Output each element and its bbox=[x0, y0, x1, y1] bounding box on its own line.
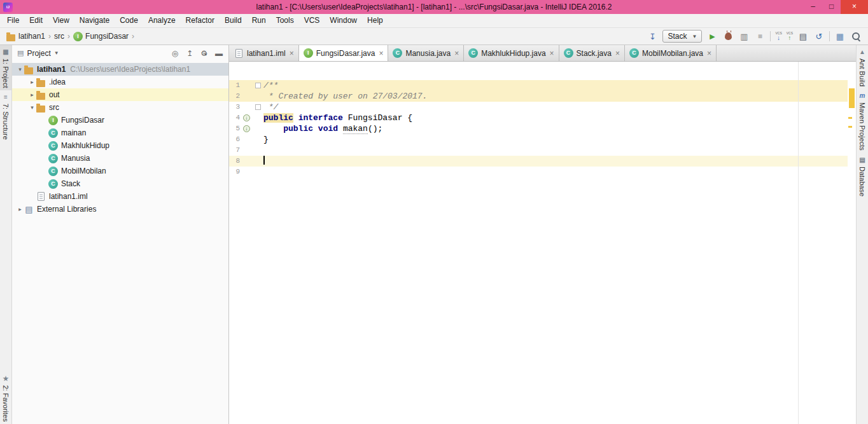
tab-mobilmobilan-java[interactable]: CMobilMobilan.java× bbox=[625, 45, 717, 61]
make-project-button[interactable]: ↧ bbox=[647, 30, 658, 43]
close-tab-icon[interactable]: × bbox=[707, 49, 711, 58]
title-bar[interactable]: IJ latihan1 - [C:\Users\user\IdeaProject… bbox=[0, 0, 868, 14]
implemented-marker-icon[interactable]: ↓ bbox=[243, 114, 250, 121]
chevron-expanded-icon[interactable]: ▾ bbox=[28, 104, 36, 111]
editor-line-9[interactable]: 9 bbox=[229, 167, 856, 177]
vcs-revert-button[interactable]: ↺ bbox=[813, 30, 825, 43]
project-structure-button[interactable]: ▦ bbox=[834, 30, 846, 43]
tool-button-database[interactable]: ▤Database bbox=[857, 153, 868, 199]
menu-code[interactable]: Code bbox=[115, 14, 143, 27]
menu-vcs[interactable]: VCS bbox=[299, 14, 325, 27]
menu-run[interactable]: Run bbox=[247, 14, 271, 27]
left-tool-stripe: ▦1: Project≡7: Structure ★2: Favorites bbox=[0, 45, 12, 424]
close-tab-icon[interactable]: × bbox=[615, 49, 620, 58]
tool-button-1-project[interactable]: ▦1: Project bbox=[0, 45, 11, 90]
editor-line-8[interactable]: 8 bbox=[229, 156, 856, 167]
close-tab-icon[interactable]: × bbox=[454, 49, 459, 58]
tab-manusia-java[interactable]: CManusia.java× bbox=[388, 45, 464, 61]
coverage-button[interactable]: ▥ bbox=[738, 30, 750, 43]
run-button[interactable]: ▶ bbox=[706, 30, 718, 43]
tab-latihan1-iml[interactable]: latihan1.iml× bbox=[230, 45, 299, 61]
code-line: * Created by user on 27/03/2017. bbox=[263, 91, 427, 102]
settings-button[interactable]: ⚙▼ bbox=[200, 49, 209, 58]
file-icon bbox=[38, 192, 45, 201]
stop-icon: ■ bbox=[758, 32, 762, 41]
close-tab-icon[interactable]: × bbox=[379, 49, 383, 58]
tree-item-stack[interactable]: CStack bbox=[12, 177, 228, 190]
chevron-down-icon[interactable]: ▼ bbox=[54, 50, 59, 56]
maximize-button[interactable]: □ bbox=[822, 0, 841, 14]
chevron-collapsed-icon[interactable]: ▸ bbox=[28, 92, 36, 98]
editor-line-3[interactable]: 3 */ bbox=[229, 102, 856, 113]
line-number: 9 bbox=[229, 167, 240, 177]
close-button[interactable]: × bbox=[841, 0, 868, 14]
menu-analyze[interactable]: Analyze bbox=[143, 14, 181, 27]
tree-item-external-libraries[interactable]: ▸▤External Libraries bbox=[12, 203, 228, 215]
menu-refactor[interactable]: Refactor bbox=[181, 14, 220, 27]
breadcrumb-item-fungsidasar[interactable]: IFungsiDasar bbox=[73, 32, 129, 41]
tool-button-7-structure[interactable]: ≡7: Structure bbox=[0, 90, 11, 142]
vcs-update-button[interactable]: VCS ↓ bbox=[775, 30, 781, 43]
close-tab-icon[interactable]: × bbox=[290, 49, 294, 58]
tree-item-out[interactable]: ▸out bbox=[12, 88, 228, 101]
tab-stack-java[interactable]: CStack.java× bbox=[559, 45, 625, 61]
chevron-collapsed-icon[interactable]: ▸ bbox=[28, 79, 36, 85]
editor-line-7[interactable]: 7 bbox=[229, 145, 856, 156]
menu-build[interactable]: Build bbox=[220, 14, 247, 27]
warning-stripe-mark[interactable] bbox=[848, 117, 852, 119]
chevron-expanded-icon[interactable]: ▾ bbox=[16, 66, 24, 72]
run-icon: ▶ bbox=[710, 32, 715, 41]
tool-button-2-favorites[interactable]: ★2: Favorites bbox=[0, 372, 11, 424]
menu-edit[interactable]: Edit bbox=[24, 14, 48, 27]
scrollbar-error-stripe[interactable] bbox=[848, 62, 856, 424]
menu-tools[interactable]: Tools bbox=[271, 14, 299, 27]
tree-item-latihan1[interactable]: ▾latihan1C:\Users\user\IdeaProjects\lati… bbox=[12, 63, 228, 76]
minimize-button[interactable]: – bbox=[804, 0, 822, 14]
menu-view[interactable]: View bbox=[48, 14, 74, 27]
close-tab-icon[interactable]: × bbox=[550, 49, 554, 58]
editor-line-1[interactable]: 1/** bbox=[229, 80, 856, 91]
tree-item-latihan1-iml[interactable]: latihan1.iml bbox=[12, 190, 228, 203]
run-config-label: Stack bbox=[668, 32, 687, 41]
tree-item-fungsidasar[interactable]: IFungsiDasar bbox=[12, 114, 228, 127]
editor-line-2[interactable]: 2 * Created by user on 27/03/2017. bbox=[229, 91, 856, 102]
editor-line-6[interactable]: 6} bbox=[229, 134, 856, 145]
menu-file[interactable]: File bbox=[2, 14, 24, 27]
tree-item-makhlukhidup[interactable]: CMakhlukHidup bbox=[12, 139, 228, 152]
editor-line-5[interactable]: 5↓ public void makan(); bbox=[229, 123, 856, 134]
fold-marker-icon[interactable] bbox=[255, 83, 261, 88]
stop-button[interactable]: ■ bbox=[754, 30, 766, 43]
implemented-marker-icon[interactable]: ↓ bbox=[243, 125, 250, 132]
warning-stripe-mark[interactable] bbox=[849, 88, 855, 108]
warning-stripe-mark[interactable] bbox=[848, 126, 852, 128]
breadcrumb-item-latihan1[interactable]: latihan1 bbox=[6, 32, 45, 41]
debug-button[interactable] bbox=[722, 30, 734, 43]
tree-item-mainan[interactable]: Cmainan bbox=[12, 127, 228, 139]
chevron-collapsed-icon[interactable]: ▸ bbox=[16, 206, 24, 212]
run-config-combo[interactable]: Stack ▼ bbox=[662, 30, 702, 43]
tree-item-idea[interactable]: ▸.idea bbox=[12, 76, 228, 88]
collapse-all-icon: ↥ bbox=[186, 49, 193, 58]
menu-navigate[interactable]: Navigate bbox=[74, 14, 115, 27]
editor-line-4[interactable]: 4↓public interface FungsiDasar { bbox=[229, 113, 856, 123]
toolbar-right: ↧ Stack ▼ ▶ ▥ ■ VCS ↓ VCS ↑ ▤ ↺ ▦ bbox=[647, 30, 862, 43]
tree-item-src[interactable]: ▾src bbox=[12, 101, 228, 114]
tool-button-maven-projects[interactable]: mMaven Projects bbox=[857, 89, 868, 153]
hide-panel-button[interactable]: ▬ bbox=[214, 49, 223, 58]
tool-button-ant-build[interactable]: ▲Ant Build bbox=[857, 45, 868, 89]
menu-window[interactable]: Window bbox=[325, 14, 362, 27]
menu-help[interactable]: Help bbox=[362, 14, 388, 27]
tree-item-mobilmobilan[interactable]: CMobilMobilan bbox=[12, 165, 228, 177]
fold-marker-icon[interactable] bbox=[255, 104, 261, 110]
vcs-changes-button[interactable]: ▤ bbox=[797, 30, 809, 43]
tab-makhlukhidup-java[interactable]: CMakhlukHidup.java× bbox=[464, 45, 559, 61]
search-everywhere-button[interactable] bbox=[850, 30, 862, 43]
class-icon: C bbox=[468, 48, 478, 58]
tree-item-manusia[interactable]: CManusia bbox=[12, 152, 228, 165]
collapse-all-button[interactable]: ↥ bbox=[185, 49, 194, 58]
breadcrumb-item-src[interactable]: src bbox=[54, 32, 64, 41]
vcs-commit-button[interactable]: VCS ↑ bbox=[787, 30, 793, 43]
locate-button[interactable]: ◎ bbox=[171, 49, 179, 58]
editor[interactable]: 1/**2 * Created by user on 27/03/2017.3 … bbox=[229, 62, 856, 424]
tab-fungsidasar-java[interactable]: IFungsiDasar.java× bbox=[299, 45, 389, 61]
